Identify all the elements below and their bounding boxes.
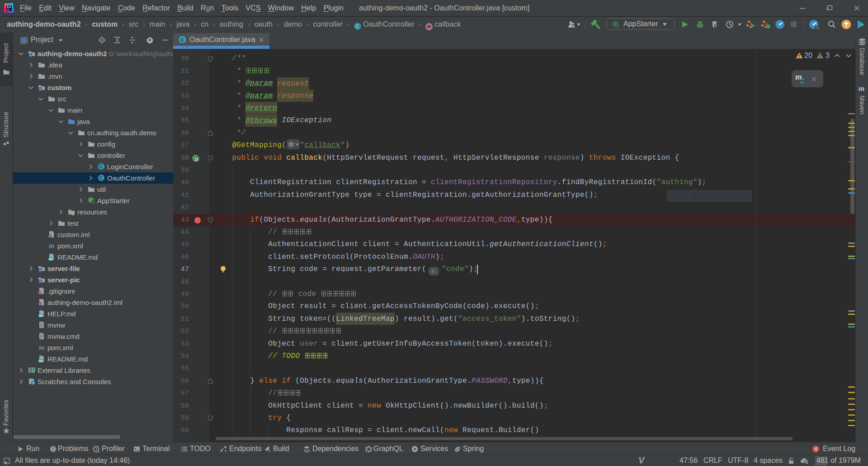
svg-text:C: C: [180, 37, 184, 43]
svg-text:MD: MD: [39, 314, 43, 317]
svg-text:C: C: [99, 164, 103, 169]
svg-text:12: 12: [816, 26, 819, 29]
svg-text:MD: MD: [49, 258, 53, 261]
svg-text:m: m: [39, 344, 44, 351]
svg-text:MD: MD: [39, 360, 43, 362]
svg-text:C: C: [99, 175, 103, 181]
svg-text:m: m: [49, 242, 54, 249]
